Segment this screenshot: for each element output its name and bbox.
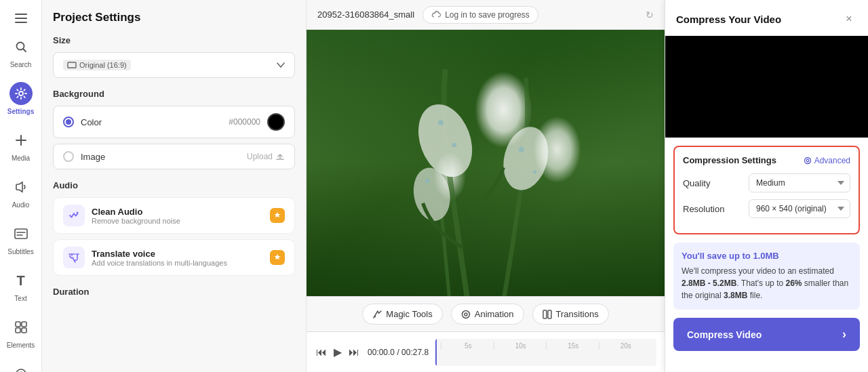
- svg-rect-8: [15, 229, 27, 239]
- svg-point-33: [806, 159, 809, 162]
- savings-text: We'll compress your video to an estimate…: [682, 265, 852, 302]
- sidebar-item-media[interactable]: Media: [0, 122, 41, 169]
- timeline-ruler: 5s 10s 15s 20s: [435, 339, 656, 350]
- save-progress-button[interactable]: Log in to save progress: [422, 6, 538, 24]
- clean-audio-card[interactable]: Clean Audio Remove background noise: [53, 197, 295, 234]
- text-icon: T: [9, 269, 33, 292]
- svg-line-4: [23, 49, 26, 52]
- svg-rect-30: [543, 310, 547, 318]
- svg-rect-11: [16, 322, 20, 327]
- magic-tools-icon: [372, 310, 382, 319]
- hamburger-button[interactable]: [0, 5, 41, 28]
- timeline-skip-back-button[interactable]: ⏮: [315, 345, 328, 360]
- sidebar-label-text: Text: [14, 295, 26, 302]
- svg-rect-2: [15, 22, 27, 23]
- timeline-play-button[interactable]: ▶: [332, 344, 343, 360]
- sidebar-label-elements: Elements: [7, 342, 35, 349]
- image-label: Image: [81, 152, 240, 162]
- quality-select[interactable]: Low Medium High: [749, 173, 850, 192]
- compress-close-button[interactable]: ×: [841, 11, 857, 27]
- resolution-label: Resolution: [683, 204, 724, 214]
- savings-box: You'll save up to 1.0MB We'll compress y…: [673, 243, 860, 310]
- translate-voice-card[interactable]: Translate voice Add voice translations i…: [53, 239, 295, 276]
- svg-rect-1: [15, 18, 27, 19]
- animation-button[interactable]: Animation: [451, 304, 524, 325]
- svg-point-15: [16, 369, 26, 372]
- sidebar-label-settings: Settings: [7, 108, 34, 115]
- background-image-option[interactable]: Image Upload: [53, 144, 295, 169]
- svg-point-5: [19, 91, 23, 96]
- compress-panel-title: Compress Your Video: [676, 14, 781, 25]
- settings-panel: Project Settings Size Original (16:9) Ba…: [42, 0, 307, 372]
- compression-settings-title: Compression Settings: [683, 155, 776, 165]
- animation-label: Animation: [475, 309, 514, 319]
- refresh-icon[interactable]: ↻: [646, 9, 654, 20]
- sidebar-item-elements[interactable]: Elements: [0, 309, 41, 356]
- savings-headline: You'll save up to 1.0MB: [682, 251, 852, 261]
- color-label: Color: [81, 117, 222, 127]
- size-dropdown[interactable]: Original (16:9): [53, 52, 295, 78]
- magic-tools-button[interactable]: Magic Tools: [362, 304, 442, 325]
- quality-setting-row: Quality Low Medium High: [683, 173, 850, 192]
- video-placeholder: [307, 30, 665, 296]
- svg-point-23: [452, 143, 457, 148]
- sidebar-label-subtitles: Subtitles: [7, 248, 33, 255]
- elements-icon: [9, 316, 33, 339]
- savings-size-range: 2.8MB - 5.2MB: [682, 278, 736, 288]
- image-radio[interactable]: [63, 151, 74, 162]
- sidebar-item-record[interactable]: Record: [0, 356, 41, 372]
- compress-video-button-label: Compress Video: [687, 329, 762, 340]
- sidebar-item-search[interactable]: Search: [0, 28, 41, 75]
- cloud-icon: [431, 10, 441, 20]
- background-color-option[interactable]: Color #000000: [53, 106, 295, 138]
- dropdown-chevron-icon: [277, 62, 285, 68]
- transitions-button[interactable]: Transitions: [532, 304, 609, 325]
- svg-point-32: [804, 157, 810, 163]
- svg-point-26: [425, 179, 430, 184]
- search-icon: [9, 35, 33, 58]
- svg-point-28: [462, 310, 469, 318]
- svg-point-19: [409, 97, 481, 184]
- audio-section: Audio Clean Audio Remove background nois…: [53, 180, 295, 276]
- duration-section-label: Duration: [53, 287, 295, 297]
- svg-rect-0: [15, 14, 27, 15]
- timeline-track[interactable]: 5s 10s 15s 20s: [435, 339, 656, 366]
- sidebar-label-search: Search: [10, 61, 32, 68]
- video-canvas: [307, 30, 665, 296]
- size-section-label: Size: [53, 35, 295, 45]
- compress-panel: Compress Your Video × Compression Settin…: [665, 0, 868, 372]
- duration-section: Duration: [53, 287, 295, 297]
- resolution-select[interactable]: 960 × 540 (original) 1280 × 720 640 × 36…: [749, 199, 850, 218]
- clean-audio-title: Clean Audio: [92, 207, 263, 217]
- save-progress-label: Log in to save progress: [445, 10, 530, 20]
- compress-video-button[interactable]: Compress Video ›: [673, 318, 860, 351]
- translate-voice-title: Translate voice: [92, 249, 263, 259]
- resolution-setting-row: Resolution 960 × 540 (original) 1280 × 7…: [683, 199, 850, 218]
- upload-button[interactable]: Upload: [247, 152, 285, 161]
- background-section-label: Background: [53, 89, 295, 99]
- ruler-mark-5s: 5s: [441, 342, 493, 350]
- color-radio[interactable]: [63, 117, 74, 127]
- sidebar-item-subtitles[interactable]: Subtitles: [0, 215, 41, 262]
- sidebar-item-audio[interactable]: Audio: [0, 169, 41, 215]
- svg-rect-13: [16, 328, 20, 333]
- panel-title: Project Settings: [53, 11, 295, 24]
- advanced-settings-icon: [804, 157, 812, 165]
- translate-voice-icon: [63, 247, 85, 268]
- color-swatch[interactable]: [267, 113, 285, 131]
- svg-rect-12: [22, 322, 26, 327]
- translate-voice-premium-badge: [270, 250, 285, 265]
- sidebar-item-text[interactable]: T Text: [0, 262, 41, 309]
- savings-original-size: 3.8MB: [724, 291, 747, 300]
- advanced-button[interactable]: Advanced: [804, 156, 850, 165]
- sidebar-item-settings[interactable]: Settings: [0, 75, 41, 122]
- compress-video-preview: [665, 36, 868, 138]
- svg-point-27: [374, 315, 376, 316]
- canvas-bottom-bar: Magic Tools Animation Transitions: [307, 296, 665, 331]
- svg-point-29: [465, 313, 467, 316]
- clean-audio-subtitle: Remove background noise: [92, 217, 263, 225]
- svg-point-24: [519, 147, 524, 152]
- svg-rect-31: [548, 310, 551, 318]
- ruler-mark-15s: 15s: [546, 342, 598, 350]
- timeline-skip-forward-button[interactable]: ⏭: [347, 345, 361, 360]
